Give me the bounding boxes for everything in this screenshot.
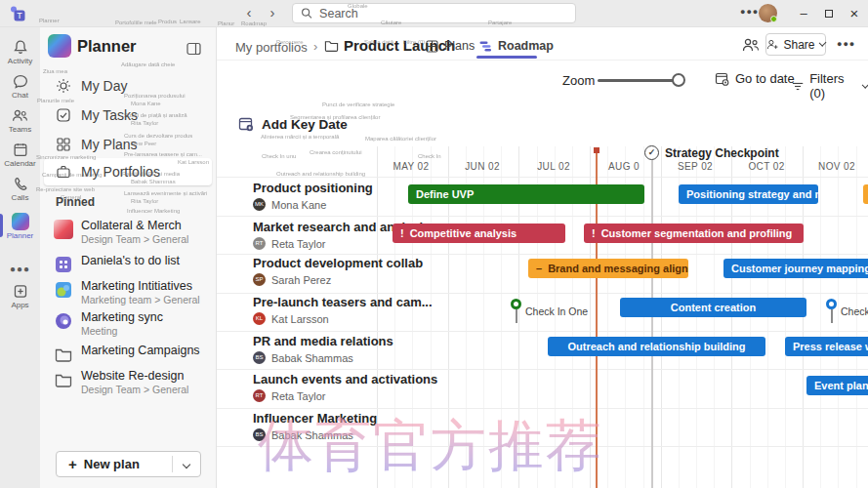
task-bar[interactable]: –Brand and messaging alignment	[528, 259, 688, 278]
task-title: Launch events and activations	[253, 372, 407, 386]
pinned-item-subtitle: Meeting	[81, 325, 163, 337]
todo-list-icon	[54, 255, 73, 274]
task-row-label[interactable]: Influencer MarketingBSBabak Shammas	[253, 411, 407, 441]
rail-item-apps[interactable]: Apps	[0, 283, 40, 309]
task-bar[interactable]: !Customer segmentation and profiling	[584, 224, 804, 243]
new-plan-button[interactable]: + New plan	[56, 451, 201, 477]
task-title: Product positioning	[253, 181, 407, 195]
pinned-item-subtitle: Design Team > General	[81, 233, 188, 245]
main-content: My portfolios › Product Launch Plans Roa…	[216, 27, 868, 488]
rail-label: Teams	[0, 125, 40, 134]
task-bar[interactable]: Outreach and relationship building	[548, 337, 765, 356]
active-rail-indicator	[0, 214, 3, 237]
rail-item-planner[interactable]: Planner	[0, 213, 40, 240]
task-title: PR and media relations	[253, 334, 407, 348]
planner-logo-icon	[12, 213, 29, 230]
new-plan-dropdown[interactable]	[173, 462, 200, 468]
priority-icon: –	[536, 263, 542, 274]
ellipsis-icon: ●●●	[10, 264, 30, 274]
pinned-plan-danielas-list[interactable]: Daniela's to do list	[46, 254, 212, 274]
collapse-sidebar-icon[interactable]	[186, 42, 201, 56]
task-bar[interactable]: Press release writing	[785, 337, 868, 356]
task-bar-label: Customer segmentation and profiling	[601, 227, 793, 239]
milestone-pin-icon[interactable]	[826, 299, 837, 309]
plan-icon	[54, 220, 73, 239]
pinned-plan-marketing-campaigns[interactable]: Marketing Campaigns	[46, 344, 212, 364]
task-row-label[interactable]: PR and media relationsBSBabak Shammas	[253, 334, 407, 364]
task-bar-label: Outreach and relationship building	[567, 341, 745, 352]
avatar: RT	[253, 389, 266, 402]
pinned-plan-marketing-initiatives[interactable]: Marketing Intitiatives Marketing team > …	[46, 279, 212, 305]
task-bar[interactable]: Event planning	[806, 376, 868, 395]
new-plan-label: New plan	[84, 457, 172, 471]
forward-arrow[interactable]: ›	[264, 4, 281, 20]
meeting-icon	[54, 311, 73, 331]
rail-item-calls[interactable]: Calls	[0, 176, 40, 202]
folder-icon	[54, 370, 73, 389]
rail-item-teams[interactable]: Teams	[0, 107, 40, 134]
chevron-down-icon	[183, 460, 190, 468]
row-separator	[217, 254, 868, 255]
portfolio-icon	[56, 164, 71, 180]
pinned-plan-website-redesign[interactable]: Website Re-design Design Team > General	[46, 369, 212, 395]
task-bar[interactable]	[863, 184, 868, 204]
milestone-label: Check In One	[525, 305, 588, 317]
task-row-label[interactable]: Launch events and activationsRTReta Tayl…	[253, 372, 407, 402]
task-row-label[interactable]: Market research and analysisRTReta Taylo…	[253, 220, 407, 250]
row-separator	[217, 293, 868, 294]
task-row-label[interactable]: Product development collabSPSarah Perez	[253, 256, 407, 286]
close-button[interactable]: ×	[844, 6, 865, 21]
row-separator	[217, 331, 868, 332]
task-row-label[interactable]: Pre-launch teasers and cam...KLKat Larss…	[253, 295, 407, 325]
avatar: SP	[253, 273, 266, 286]
pinned-item-title: Collateral & Merch	[81, 219, 188, 232]
milestone-stem	[516, 309, 517, 323]
sidebar-item-label: My Plans	[81, 137, 138, 152]
maximize-button[interactable]	[818, 6, 840, 21]
gridline	[838, 146, 839, 488]
task-bar[interactable]: Define UVP	[408, 184, 644, 204]
assignee-row: SPSarah Perez	[253, 273, 407, 286]
rail-label: Chat	[0, 91, 40, 100]
rail-item-activity[interactable]: Activity	[0, 39, 40, 65]
rail-more-button[interactable]: ●●●	[0, 259, 40, 276]
search-input[interactable]	[319, 7, 567, 20]
pinned-plan-collateral-merch[interactable]: Collateral & Merch Design Team > General	[46, 219, 212, 245]
sidebar-item-label: My Portfolios	[81, 164, 160, 180]
title-bar: T ‹ › ●●● – ×	[0, 0, 868, 27]
assignee-name: Babak Shammas	[271, 429, 353, 441]
presence-indicator	[770, 16, 777, 22]
sidebar-item-label: My Tasks	[81, 107, 138, 123]
sidebar-item-my-tasks[interactable]: My Tasks	[44, 102, 212, 129]
sidebar-item-my-plans[interactable]: My Plans	[44, 131, 212, 158]
task-bar[interactable]: Content creation	[620, 298, 806, 317]
sidebar-item-my-day[interactable]: My Day	[44, 72, 212, 100]
app-title: Planner	[77, 37, 137, 56]
gridline	[661, 146, 662, 488]
pinned-section-label: Pinned	[56, 195, 95, 209]
month-label: SEP 02	[678, 161, 713, 172]
rail-label: Activity	[0, 57, 40, 65]
milestone-pin-icon[interactable]	[511, 299, 521, 309]
titlebar-more-button[interactable]: ●●●	[740, 7, 759, 17]
teams-logo: T	[9, 5, 25, 21]
key-date-strategy-checkpoint[interactable]: ✓ Strategy Checkpoint	[644, 145, 779, 160]
task-bar[interactable]: Customer journey mapping	[723, 259, 868, 278]
task-bar-label: Event planning	[814, 380, 868, 391]
pinned-meeting-marketing-sync[interactable]: Marketing sync Meeting	[46, 310, 212, 337]
back-arrow[interactable]: ‹	[240, 4, 258, 20]
task-row-label[interactable]: Product positioningMKMona Kane	[253, 181, 407, 211]
task-bar[interactable]: !Competitive analysis	[393, 224, 565, 243]
task-bar-label: Customer journey mapping	[731, 263, 868, 274]
search-box[interactable]	[292, 3, 576, 23]
plans-grid-icon	[56, 137, 71, 152]
task-bar[interactable]: Positioning strategy and mess...	[679, 184, 818, 204]
minimize-button[interactable]: –	[793, 6, 814, 21]
plus-icon: +	[68, 456, 77, 472]
gridline	[820, 146, 821, 488]
rail-item-chat[interactable]: Chat	[0, 73, 40, 100]
phone-icon	[12, 176, 29, 192]
rail-item-calendar[interactable]: Calendar	[0, 142, 40, 168]
sidebar-item-my-portfolios[interactable]: My Portfolios	[44, 158, 212, 185]
rail-label: Planner	[0, 231, 40, 240]
